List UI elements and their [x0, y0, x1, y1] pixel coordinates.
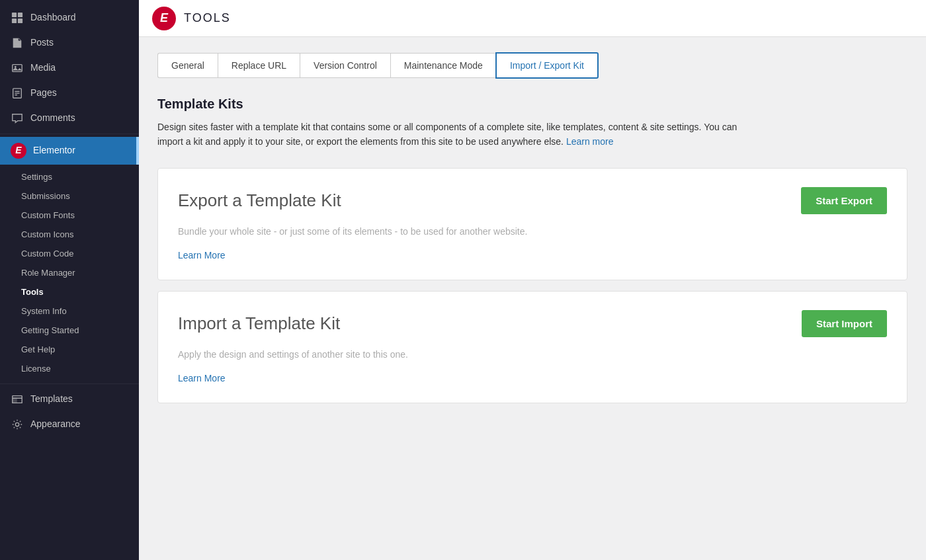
import-learn-more-link[interactable]: Learn More	[178, 373, 226, 383]
sidebar-divider	[0, 134, 139, 134]
export-card-title: Export a Template Kit	[178, 190, 341, 211]
submenu-item-license[interactable]: License	[0, 359, 139, 378]
submenu-item-getting-started[interactable]: Getting Started	[0, 321, 139, 340]
svg-rect-12	[13, 398, 17, 403]
sidebar-item-media[interactable]: Media	[0, 56, 139, 81]
submenu-item-submissions[interactable]: Submissions	[0, 186, 139, 206]
posts-icon	[11, 36, 24, 50]
elementor-active-arrow	[134, 145, 139, 156]
sidebar-item-label: Elementor	[33, 144, 75, 157]
import-card: Import a Template Kit Start Import Apply…	[157, 291, 907, 403]
sidebar-item-label: Media	[30, 61, 56, 75]
svg-rect-1	[18, 13, 22, 17]
templates-icon	[11, 393, 24, 406]
sidebar-top-section: Dashboard Posts Media Pages Comments	[0, 0, 139, 442]
tab-replace-url[interactable]: Replace URL	[218, 53, 300, 78]
sidebar-item-label: Templates	[30, 393, 73, 406]
svg-rect-3	[18, 19, 22, 23]
submenu-item-role-manager[interactable]: Role Manager	[0, 263, 139, 282]
sidebar-item-appearance[interactable]: Appearance	[0, 412, 139, 437]
elementor-submenu: Settings Submissions Custom Fonts Custom…	[0, 165, 139, 381]
pages-icon	[11, 87, 24, 100]
svg-point-13	[15, 422, 19, 426]
sidebar-item-pages[interactable]: Pages	[0, 81, 139, 106]
elementor-icon: E	[11, 143, 26, 159]
submenu-item-settings[interactable]: Settings	[0, 167, 139, 186]
sidebar-item-dashboard[interactable]: Dashboard	[0, 5, 139, 30]
submenu-item-custom-icons[interactable]: Custom Icons	[0, 225, 139, 244]
sidebar: Dashboard Posts Media Pages Comments	[0, 0, 139, 560]
sidebar-item-comments[interactable]: Comments	[0, 106, 139, 131]
sidebar-item-label: Pages	[30, 87, 57, 100]
tab-import-export-kit[interactable]: Import / Export Kit	[495, 52, 599, 79]
sidebar-item-label: Posts	[30, 36, 54, 50]
tabs-bar: General Replace URL Version Control Main…	[157, 53, 907, 78]
learn-more-inline-link[interactable]: Learn more	[566, 136, 614, 147]
sidebar-divider-2	[0, 383, 139, 384]
sidebar-item-templates[interactable]: Templates	[0, 387, 139, 412]
export-card-header: Export a Template Kit Start Export	[178, 187, 887, 214]
section-description: Design sites faster with a template kit …	[157, 120, 753, 149]
main-content-area: E TOOLS General Replace URL Version Cont…	[139, 0, 926, 560]
page-header: E TOOLS	[139, 0, 926, 37]
sidebar-item-posts[interactable]: Posts	[0, 30, 139, 56]
elementor-logo: E	[152, 7, 176, 30]
import-card-description: Apply the design and settings of another…	[178, 348, 887, 362]
submenu-item-custom-fonts[interactable]: Custom Fonts	[0, 206, 139, 225]
import-card-header: Import a Template Kit Start Import	[178, 310, 887, 337]
section-title: Template Kits	[157, 97, 907, 112]
submenu-item-tools[interactable]: Tools	[0, 282, 139, 301]
tab-version-control[interactable]: Version Control	[300, 53, 390, 78]
sidebar-item-label: Dashboard	[30, 11, 76, 24]
comments-icon	[11, 112, 24, 125]
submenu-item-get-help[interactable]: Get Help	[0, 340, 139, 359]
start-export-button[interactable]: Start Export	[801, 187, 887, 214]
svg-rect-0	[12, 13, 17, 17]
sidebar-item-elementor[interactable]: E Elementor	[0, 137, 139, 165]
svg-rect-2	[12, 19, 17, 23]
main-content: General Replace URL Version Control Main…	[139, 37, 926, 560]
export-learn-more-link[interactable]: Learn More	[178, 250, 226, 260]
export-card: Export a Template Kit Start Export Bundl…	[157, 168, 907, 280]
sidebar-item-label: Appearance	[30, 418, 81, 431]
dashboard-icon	[11, 11, 24, 24]
export-card-description: Bundle your whole site - or just some of…	[178, 225, 887, 239]
submenu-item-system-info[interactable]: System Info	[0, 301, 139, 321]
svg-rect-6	[13, 65, 22, 72]
appearance-icon	[11, 418, 24, 431]
page-title: TOOLS	[184, 11, 231, 25]
tab-maintenance-mode[interactable]: Maintenance Mode	[390, 53, 496, 78]
tab-general[interactable]: General	[157, 53, 218, 78]
import-card-title: Import a Template Kit	[178, 313, 340, 334]
media-icon	[11, 61, 24, 75]
sidebar-item-label: Comments	[30, 112, 75, 125]
start-import-button[interactable]: Start Import	[802, 310, 887, 337]
submenu-item-custom-code[interactable]: Custom Code	[0, 244, 139, 263]
